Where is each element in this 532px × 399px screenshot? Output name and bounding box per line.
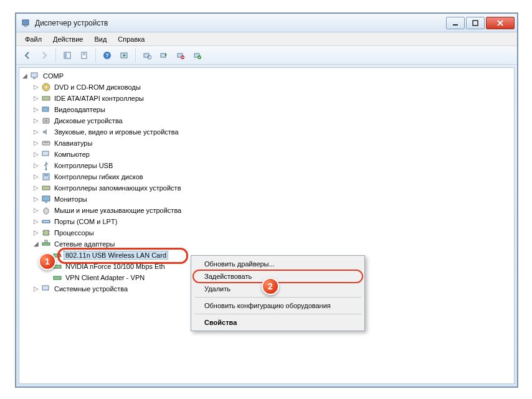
storage-icon — [41, 183, 51, 193]
menu-view[interactable]: Вид — [89, 34, 112, 44]
tree-item-ide[interactable]: ▷IDE ATA/ATAPI контроллеры — [32, 93, 513, 104]
collapse-icon[interactable]: ◢ — [33, 241, 39, 247]
pc-icon — [41, 149, 51, 159]
system-icon — [41, 284, 51, 294]
svg-point-39 — [44, 221, 45, 222]
show-hide-tree-button[interactable] — [60, 48, 75, 63]
expand-icon[interactable]: ▷ — [33, 174, 39, 180]
svg-rect-47 — [42, 243, 50, 245]
context-menu-scan[interactable]: Обновить конфигурацию оборудования — [193, 299, 363, 312]
expand-icon[interactable]: ▷ — [33, 230, 39, 236]
context-menu: Обновить драйверы... Задействовать Удали… — [191, 255, 365, 331]
expand-icon[interactable]: ▷ — [33, 106, 39, 113]
svg-rect-0 — [22, 20, 29, 25]
enable-toolbar-button[interactable] — [190, 48, 205, 63]
menubar: Файл Действие Вид Справка — [16, 32, 517, 46]
nav-back-button[interactable] — [20, 48, 35, 63]
expand-icon[interactable]: ▷ — [33, 151, 39, 157]
menu-help[interactable]: Справка — [113, 34, 150, 44]
uninstall-toolbar-button[interactable] — [173, 48, 188, 63]
tree-item-dvd[interactable]: ▷DVD и CD-ROM дисководы — [32, 82, 513, 93]
svg-point-27 — [45, 120, 47, 122]
svg-rect-35 — [42, 196, 50, 201]
ide-icon — [41, 93, 51, 103]
svg-text:?: ? — [105, 52, 109, 59]
svg-rect-12 — [144, 54, 149, 57]
expand-icon[interactable]: ▷ — [33, 140, 39, 146]
close-button[interactable] — [486, 17, 515, 29]
app-icon — [21, 18, 31, 28]
svg-rect-52 — [42, 286, 49, 290]
update-driver-toolbar-button[interactable] — [156, 48, 171, 63]
tree-item-label: Клавиатуры — [53, 139, 93, 147]
tree-item-label: IDE ATA/ATAPI контроллеры — [53, 95, 145, 102]
svg-point-23 — [45, 87, 47, 88]
svg-rect-51 — [54, 276, 61, 279]
tree-item-usb[interactable]: ▷Контроллеры USB — [32, 160, 513, 171]
svg-rect-34 — [42, 186, 50, 190]
svg-point-37 — [44, 208, 49, 214]
expand-icon[interactable]: ▷ — [33, 185, 39, 191]
tree-item-ports[interactable]: ▷Порты (COM и LPT) — [32, 216, 513, 227]
tree-item-keyboard[interactable]: ▷Клавиатуры — [32, 138, 513, 149]
tree-item-monitor[interactable]: ▷Мониторы — [32, 194, 513, 205]
context-menu-properties[interactable]: Свойства — [193, 316, 363, 329]
expand-icon[interactable]: ▷ — [33, 207, 39, 214]
expand-icon[interactable]: ▷ — [33, 95, 39, 101]
expand-icon[interactable]: ▷ — [33, 218, 39, 225]
expand-icon[interactable]: ▷ — [33, 196, 39, 202]
tree-item-video[interactable]: ▷Видеоадаптеры — [32, 104, 513, 115]
svg-rect-21 — [33, 78, 36, 79]
svg-rect-25 — [42, 107, 49, 111]
tree-item-label: VPN Client Adapter - VPN — [64, 274, 146, 281]
tree-item-computer[interactable]: ▷Компьютер — [32, 149, 513, 160]
svg-rect-33 — [44, 174, 48, 176]
help-toolbar-button[interactable]: ? — [100, 48, 115, 63]
context-menu-delete[interactable]: Удалить — [193, 283, 363, 295]
tree-item-label: Мыши и иные указывающие устройства — [53, 207, 183, 214]
scan-hardware-button[interactable] — [140, 48, 154, 63]
expand-icon[interactable]: ▷ — [33, 129, 39, 135]
tree-item-label: Компьютер — [53, 151, 91, 158]
sound-icon — [41, 127, 51, 137]
tree-item-label: Видеоадаптеры — [53, 106, 107, 113]
tree-item-label: Процессоры — [53, 229, 95, 237]
expand-icon[interactable]: ▷ — [33, 118, 39, 124]
nav-forward-button[interactable] — [37, 48, 52, 63]
tree-item-disk[interactable]: ▷Дисковые устройства — [32, 115, 513, 126]
tree-item-sound[interactable]: ▷Звуковые, видео и игровые устройства — [32, 126, 513, 138]
tree-item-cpu[interactable]: ▷Процессоры — [32, 227, 513, 238]
maximize-button[interactable] — [466, 17, 485, 29]
svg-rect-3 — [473, 21, 478, 26]
dvd-icon — [41, 82, 51, 92]
device-tree-panel: ◢ COMP ▷DVD и CD-ROM дисководы ▷IDE ATA/… — [19, 67, 515, 384]
svg-point-41 — [47, 221, 49, 222]
tree-item-storage[interactable]: ▷Контроллеры запоминающих устройств — [32, 182, 513, 194]
svg-rect-5 — [64, 52, 67, 59]
tree-root[interactable]: ◢ COMP — [21, 70, 513, 82]
svg-rect-28 — [42, 141, 50, 145]
computer-icon — [30, 71, 40, 81]
tree-item-network[interactable]: ◢Сетевые адаптеры — [32, 238, 513, 250]
tree-item-mouse[interactable]: ▷Мыши и иные указывающие устройства — [32, 205, 513, 216]
minimize-button[interactable] — [446, 17, 465, 29]
expand-icon[interactable]: ▷ — [33, 162, 39, 169]
action-toolbar-button[interactable] — [116, 48, 131, 63]
tree-item-label: Контроллеры гибких дисков — [53, 173, 145, 181]
collapse-icon[interactable]: ◢ — [22, 73, 28, 79]
context-menu-update-drivers[interactable]: Обновить драйверы... — [193, 258, 363, 270]
video-icon — [41, 105, 51, 115]
network-adapter-icon — [52, 250, 62, 260]
svg-point-31 — [45, 169, 47, 171]
properties-toolbar-button[interactable] — [77, 48, 92, 63]
svg-rect-48 — [45, 240, 47, 243]
tree-item-label: Сетевые адаптеры — [53, 240, 116, 248]
expand-icon[interactable]: ▷ — [33, 286, 39, 292]
expand-icon[interactable]: ▷ — [33, 84, 39, 90]
context-menu-enable[interactable]: Задействовать — [193, 270, 363, 283]
svg-rect-36 — [45, 202, 47, 203]
menu-action[interactable]: Действие — [48, 34, 88, 44]
menu-file[interactable]: Файл — [20, 34, 47, 44]
svg-rect-49 — [54, 254, 60, 257]
tree-item-floppy[interactable]: ▷Контроллеры гибких дисков — [32, 171, 513, 182]
